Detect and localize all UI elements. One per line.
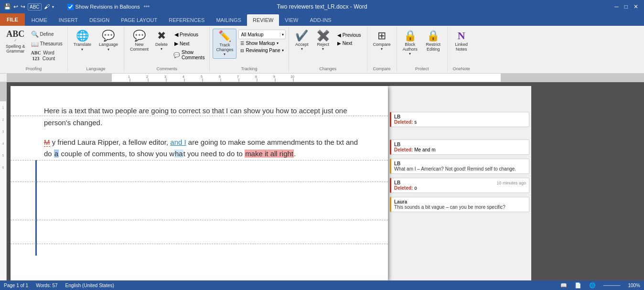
- balloon-connector-line-4: [11, 220, 388, 220]
- show-markup-button[interactable]: ☰ Show Markup ▾: [238, 40, 285, 46]
- balloon-3: LB What am I – American? Not good! Remin…: [390, 159, 529, 174]
- balloon-sidebar: LB Deleted: s LB Deleted: Me and m: [388, 86, 531, 280]
- document-scroll-area[interactable]: Here is a text that two people are going…: [7, 82, 644, 280]
- ribbon-tabs: FILE HOME INSERT DESIGN PAGE LAYOUT REFE…: [0, 13, 644, 26]
- ribbon-group-proofing: ABC ✓ Spelling &Grammar 🔍 Define 📖 Thesa…: [0, 27, 68, 72]
- ribbon-group-protect: 🔒 Block Authors ▾ 🔒 Restrict Editing Pro…: [397, 27, 448, 72]
- highlighted-pink-phrase: make it all right: [245, 150, 294, 158]
- restore-icon[interactable]: □: [623, 3, 630, 10]
- balloon-4-author: LB: [394, 180, 400, 185]
- tracking-group-label: Tracking: [213, 65, 285, 72]
- svg-text:7: 7: [237, 75, 239, 78]
- zoom-slider[interactable]: ─────: [603, 283, 620, 288]
- page-count-status: Page 1 of 1: [4, 283, 28, 288]
- block-authors-button[interactable]: 🔒 Block Authors ▾: [400, 29, 420, 58]
- format-painter-icon[interactable]: 🖌: [44, 3, 50, 10]
- previous-change-button[interactable]: ◀ Previous: [334, 32, 364, 39]
- spelling-grammar-button[interactable]: ABC ✓ Spelling &Grammar: [3, 28, 28, 56]
- view-read-icon[interactable]: 📖: [560, 282, 567, 289]
- tab-review[interactable]: REVIEW: [247, 14, 279, 26]
- linked-notes-button[interactable]: N Linked Notes: [451, 29, 472, 54]
- tab-addins[interactable]: ADD-INS: [304, 14, 337, 26]
- balloon-2: LB Deleted: Me and m: [390, 140, 529, 155]
- close-icon[interactable]: ✕: [632, 3, 640, 10]
- paragraph-2: M y friend Laura Ripper, a fellow editor…: [44, 137, 364, 161]
- balloon-connector-line-3: [11, 182, 388, 182]
- inserted-and-i: and I: [170, 138, 186, 146]
- main-area: 1 2 3 4 5 6 Here is a text that two peop…: [0, 82, 644, 280]
- compare-group-label: Compare: [370, 65, 394, 72]
- translate-button[interactable]: 🌐 Translate ▾: [71, 29, 94, 54]
- language-button[interactable]: 💬 Language ▾: [96, 29, 121, 54]
- zoom-level: 100%: [628, 283, 640, 288]
- status-bar: Page 1 of 1 Words: 57 English (United St…: [0, 280, 644, 290]
- show-revisions-label: Show Revisions in Balloons: [75, 4, 140, 10]
- highlighted-light-ha: ha: [174, 150, 183, 158]
- tab-references[interactable]: REFERENCES: [163, 14, 210, 26]
- deleted-M: M: [44, 138, 50, 147]
- highlighted-blue-a: a: [54, 150, 59, 158]
- undo-icon[interactable]: ↩: [13, 3, 18, 10]
- show-revisions-checkbox-area: Show Revisions in Balloons: [67, 4, 140, 10]
- language-status: English (United States): [65, 283, 114, 288]
- customize-qat-icon[interactable]: ▾: [52, 5, 54, 9]
- define-button[interactable]: 🔍 Define: [29, 30, 64, 39]
- track-changes-button[interactable]: ✏️ Track Changes ▾: [213, 29, 236, 59]
- word-count-status: Words: 57: [36, 283, 57, 288]
- svg-text:8: 8: [255, 75, 257, 78]
- ribbon-group-comments: 💬 New Comment ✖ Delete ▾ ◀ Previous ▶ Ne…: [124, 27, 210, 72]
- delete-comment-button[interactable]: ✖ Delete ▾: [152, 29, 171, 53]
- save-icon[interactable]: 💾: [4, 3, 11, 10]
- normal-text-1: y friend Laura Ripper, a fellow editor,: [52, 138, 171, 146]
- minimize-icon[interactable]: ─: [612, 3, 621, 10]
- compare-button[interactable]: ⊞ Compare ▾: [370, 29, 394, 53]
- window-controls: ─ □ ✕: [612, 3, 640, 10]
- balloon-4-time: 10 minutes ago: [496, 181, 526, 185]
- spell-check-icon[interactable]: ABC: [28, 3, 42, 11]
- balloon-connector-line-5: [11, 244, 388, 244]
- tab-view[interactable]: VIEW: [279, 14, 304, 26]
- all-markup-dropdown[interactable]: All Markup ▾: [238, 30, 285, 39]
- balloon-2-content: Deleted: Me and m: [394, 147, 526, 152]
- view-print-icon[interactable]: 📄: [575, 282, 581, 289]
- balloon-4-deleted-text: o: [414, 185, 417, 191]
- ribbon-content: ABC ✓ Spelling &Grammar 🔍 Define 📖 Thesa…: [0, 26, 644, 74]
- reviewing-pane-button[interactable]: ⊟ Reviewing Pane ▾: [238, 47, 285, 54]
- previous-comment-button[interactable]: ◀ Previous: [172, 31, 206, 39]
- svg-text:10: 10: [290, 75, 294, 78]
- svg-text:3: 3: [164, 75, 166, 78]
- svg-text:9: 9: [273, 75, 275, 78]
- restrict-editing-button[interactable]: 🔒 Restrict Editing: [422, 29, 444, 54]
- balloon-1: LB Deleted: s: [390, 112, 529, 127]
- balloon-connector-line-2: [11, 160, 388, 161]
- reject-button[interactable]: ✖️ Reject ▾: [314, 29, 333, 53]
- thesaurus-button[interactable]: 📖 Thesaurus: [29, 40, 64, 49]
- tab-insert[interactable]: INSERT: [53, 14, 84, 26]
- paragraph-1: Here is a text that two people are going…: [44, 105, 364, 129]
- redo-icon[interactable]: ↪: [21, 3, 25, 10]
- protect-group-label: Protect: [400, 65, 444, 72]
- tab-design[interactable]: DESIGN: [84, 14, 115, 26]
- changes-group-label: Changes: [292, 65, 364, 72]
- tab-mailings[interactable]: MAILINGS: [210, 14, 247, 26]
- accept-button[interactable]: ✔️ Accept ▾: [292, 29, 312, 53]
- normal-text-3: couple of comments, to show you w: [61, 150, 174, 158]
- balloon-2-author: LB: [394, 142, 526, 147]
- word-count-button[interactable]: ABC123 Word Count: [29, 49, 64, 63]
- tab-page-layout[interactable]: PAGE LAYOUT: [115, 14, 163, 26]
- balloon-4-content: Deleted: o: [394, 185, 526, 191]
- new-comment-button[interactable]: 💬 New Comment: [127, 29, 151, 54]
- change-bar: [35, 160, 37, 256]
- document-page: Here is a text that two people are going…: [11, 86, 388, 280]
- view-web-icon[interactable]: 🌐: [589, 282, 596, 289]
- file-tab[interactable]: FILE: [0, 13, 25, 26]
- ribbon-group-language: 🌐 Translate ▾ 💬 Language ▾ Language: [68, 27, 124, 72]
- balloon-1-content: Deleted: s: [394, 119, 526, 125]
- show-revisions-checkbox[interactable]: [67, 4, 74, 10]
- next-change-button[interactable]: ▶ Next: [334, 40, 364, 47]
- tab-home[interactable]: HOME: [26, 14, 53, 26]
- language-group-label: Language: [71, 65, 121, 72]
- next-comment-button[interactable]: ▶ Next: [172, 40, 206, 48]
- show-comments-button[interactable]: 💬 Show Comments: [172, 49, 206, 61]
- balloon-2-deleted-text: Me and m: [414, 147, 435, 152]
